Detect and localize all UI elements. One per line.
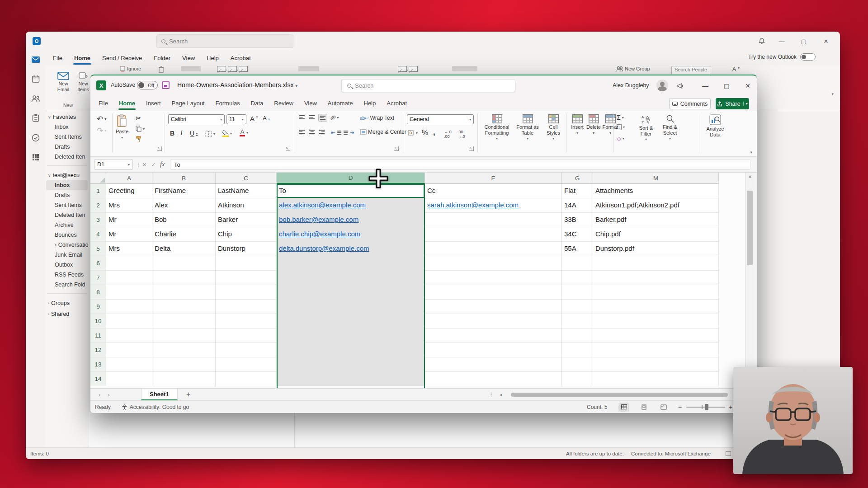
number-dialog-launcher[interactable]: ↘	[469, 146, 474, 151]
cell-C13[interactable]	[216, 357, 277, 372]
address-book-icon[interactable]: A▾	[732, 66, 740, 74]
column-header-G[interactable]: G	[562, 173, 593, 184]
outlook-close-button[interactable]: ✕	[821, 36, 831, 46]
cell-B3[interactable]: Bob	[152, 213, 216, 227]
cell-D14[interactable]	[277, 372, 425, 386]
increase-indent-button[interactable]: ⇥	[344, 130, 354, 136]
excel-minimize-button[interactable]: —	[699, 80, 711, 91]
outlook-menu-folder[interactable]: Folder	[154, 55, 170, 61]
cell-G5[interactable]: 55A	[562, 242, 593, 256]
format-as-table-button[interactable]: Format as Table▾	[514, 114, 541, 141]
cell-G12[interactable]	[562, 343, 593, 357]
cell-A6[interactable]	[106, 256, 152, 271]
cell-A10[interactable]	[106, 314, 152, 328]
accessibility-status[interactable]: Accessibility: Good to go	[122, 404, 189, 410]
folder-item-sent-items[interactable]: Sent Items	[46, 200, 88, 210]
save-icon[interactable]	[162, 81, 170, 89]
cell-G8[interactable]	[562, 285, 593, 300]
cell-D1[interactable]: To	[277, 184, 425, 198]
ribbon-collapse-icon[interactable]: ▾	[750, 150, 752, 155]
excel-tab-insert[interactable]: Insert	[142, 97, 165, 109]
cell-link[interactable]: sarah.atkinson@example.com	[427, 201, 519, 209]
cell-link[interactable]: bob.barker@example.com	[279, 216, 359, 223]
cell-G13[interactable]	[562, 357, 593, 372]
outlook-search-input[interactable]: Search	[156, 34, 293, 48]
cell-E4[interactable]	[425, 227, 562, 242]
folder-section-test-secu[interactable]: ∨test@secu	[45, 169, 89, 180]
cell-styles-button[interactable]: Cell Styles▾	[543, 114, 563, 141]
cell-M11[interactable]	[593, 328, 719, 343]
format-painter-button[interactable]	[136, 136, 142, 142]
cell-C12[interactable]	[216, 343, 277, 357]
move-icons[interactable]	[398, 66, 418, 74]
cell-D13[interactable]	[277, 357, 425, 372]
cell-G10[interactable]	[562, 314, 593, 328]
row-header-6[interactable]: 6	[90, 256, 106, 271]
zoom-out-button[interactable]: −	[678, 403, 682, 411]
excel-search-input[interactable]: Search	[341, 79, 515, 92]
new-items-button[interactable]: New Items	[74, 70, 92, 103]
cell-D10[interactable]	[277, 314, 425, 328]
cell-E7[interactable]	[425, 271, 562, 285]
row-header-3[interactable]: 3	[90, 213, 106, 227]
outlook-menu-acrobat[interactable]: Acrobat	[231, 55, 251, 61]
formula-input[interactable]: To	[170, 159, 750, 170]
cell-A4[interactable]: Mr	[106, 227, 152, 242]
decrease-indent-button[interactable]: ⇤	[331, 130, 341, 136]
excel-tab-review[interactable]: Review	[269, 97, 298, 109]
cell-D5[interactable]: delta.dunstorp@example.com	[277, 242, 425, 256]
reply-icons[interactable]	[217, 66, 248, 74]
new-group-button[interactable]: New Group	[616, 66, 650, 74]
decrease-decimal-button[interactable]: .00→.0	[458, 130, 465, 139]
cell-M3[interactable]: Barker.pdf	[593, 213, 719, 227]
column-header-E[interactable]: E	[425, 173, 562, 184]
new-outlook-toggle[interactable]	[800, 53, 816, 61]
cell-C14[interactable]	[216, 372, 277, 386]
folder-item-drafts[interactable]: Drafts	[46, 190, 88, 200]
outlook-minimize-button[interactable]: —	[777, 36, 787, 46]
accounting-format-button[interactable]: ▾	[408, 130, 418, 136]
scroll-up-icon[interactable]: ▲	[745, 173, 755, 180]
row-header-2[interactable]: 2	[90, 198, 106, 213]
cell-C11[interactable]	[216, 328, 277, 343]
cell-C2[interactable]: Atkinson	[216, 198, 277, 213]
horizontal-scroll-thumb[interactable]	[511, 393, 728, 397]
people-module-icon[interactable]	[31, 95, 40, 104]
folder-item-sent-items[interactable]: Sent Items	[46, 132, 88, 142]
bold-button[interactable]: B	[170, 130, 175, 137]
cell-E5[interactable]	[425, 242, 562, 256]
cell-C6[interactable]	[216, 256, 277, 271]
cell-G4[interactable]: 34C	[562, 227, 593, 242]
vertical-scrollbar[interactable]: ▲ ▼	[745, 173, 754, 388]
cell-E10[interactable]	[425, 314, 562, 328]
percent-style-button[interactable]: %	[422, 129, 428, 137]
italic-button[interactable]: I	[180, 130, 183, 137]
cell-link[interactable]: delta.dunstorp@example.com	[279, 244, 369, 252]
redo-button[interactable]: ↷▾	[97, 126, 106, 136]
excel-tab-formulas[interactable]: Formulas	[211, 97, 245, 109]
outlook-menu-send-receive[interactable]: Send / Receive	[102, 55, 142, 61]
cell-E1[interactable]: Cc	[425, 184, 562, 198]
clipboard-dialog-launcher[interactable]: ↘	[157, 146, 162, 151]
align-top-button[interactable]	[299, 115, 305, 119]
analyze-data-button[interactable]: Analyze Data	[703, 114, 728, 137]
align-middle-button[interactable]	[309, 115, 315, 119]
folder-section-shared[interactable]: ›Shared	[45, 308, 89, 319]
outlook-maximize-button[interactable]: ▢	[799, 36, 809, 46]
clear-button[interactable]: ◇▾	[617, 135, 624, 142]
outlook-menu-view[interactable]: View	[182, 55, 195, 61]
cell-C10[interactable]	[216, 314, 277, 328]
page-break-view-button[interactable]	[658, 403, 669, 412]
cell-D12[interactable]	[277, 343, 425, 357]
decrease-font-button[interactable]: A˅	[263, 115, 270, 122]
column-header-A[interactable]: A	[106, 173, 152, 184]
cell-link[interactable]: charlie.chip@example.com	[279, 230, 360, 238]
cell-A5[interactable]: Mrs	[106, 242, 152, 256]
share-dropdown-icon[interactable]: ▾	[743, 102, 748, 106]
select-all-corner[interactable]	[90, 173, 106, 184]
name-box[interactable]: D1▾	[94, 159, 133, 170]
number-format-select[interactable]: General▾	[407, 114, 474, 124]
zoom-in-button[interactable]: +	[729, 404, 732, 411]
cell-D3[interactable]: bob.barker@example.com	[277, 213, 425, 227]
row-header-5[interactable]: 5	[90, 242, 106, 256]
